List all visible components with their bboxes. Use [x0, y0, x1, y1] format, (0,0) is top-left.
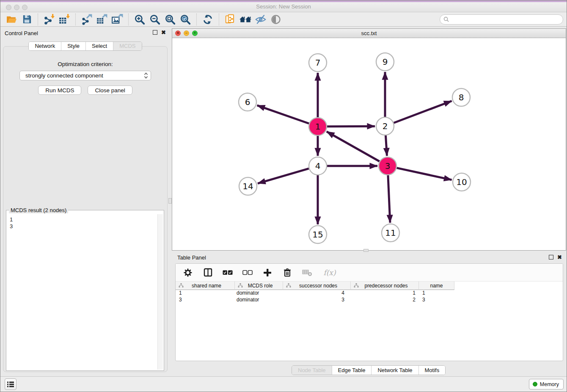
graph-node-10[interactable]: 10: [453, 173, 471, 191]
tab-edge-table[interactable]: Edge Table: [332, 366, 372, 375]
import-network-button[interactable]: [41, 13, 57, 26]
graph-node-8[interactable]: 8: [452, 88, 470, 106]
close-panel-icon[interactable]: ✖: [161, 30, 166, 35]
graph-node-6[interactable]: 6: [239, 93, 256, 111]
function-builder-button[interactable]: f(x): [322, 267, 337, 278]
import-table-icon: [58, 14, 70, 25]
houses-icon: [239, 14, 252, 25]
delete-column-button[interactable]: [282, 267, 292, 278]
float-table-panel-icon[interactable]: [549, 255, 553, 259]
graph-node-11[interactable]: 11: [382, 224, 399, 242]
table-toolbar: f(x): [176, 264, 563, 282]
tab-network-table[interactable]: Network Table: [371, 366, 418, 375]
settings-button[interactable]: [183, 267, 193, 278]
graph-edge-1-2[interactable]: [327, 126, 375, 127]
show-graphics-details-button[interactable]: [268, 13, 284, 26]
apply-layout-button[interactable]: [200, 13, 215, 26]
tab-style[interactable]: Style: [61, 42, 85, 50]
graph-edge-3-11[interactable]: [388, 175, 390, 223]
cell-shared-name: 1: [176, 290, 235, 297]
search-input[interactable]: [451, 17, 559, 22]
control-panel-title: Control Panel: [5, 30, 38, 36]
table-row[interactable]: 3 dominator 3 2 3: [176, 297, 563, 304]
column-header-mcds-role[interactable]: MCDS role: [235, 282, 283, 290]
tab-mcds[interactable]: MCDS: [113, 42, 141, 50]
column-header-successor-nodes[interactable]: successor nodes: [283, 282, 351, 290]
optimization-criterion-label: Optimization criterion:: [3, 61, 167, 67]
tree-icon: [354, 283, 359, 288]
zoom-fit-button[interactable]: [162, 13, 178, 26]
export-image-button[interactable]: [110, 13, 125, 26]
table-panel: Table Panel ✖: [172, 252, 566, 376]
graph-edge-2-8[interactable]: [394, 101, 452, 123]
graph-node-3[interactable]: 3: [379, 157, 396, 175]
cell-shared-name: 3: [176, 297, 235, 304]
graph-edge-3-1[interactable]: [327, 132, 380, 161]
tab-select[interactable]: Select: [85, 42, 113, 50]
graph-node-14[interactable]: 14: [239, 177, 257, 195]
eye-slash-icon: [255, 14, 267, 25]
memory-status-dot: [533, 382, 537, 386]
network-canvas[interactable]: 7968124314101511: [172, 38, 566, 250]
vertical-splitter-handle[interactable]: [168, 198, 172, 204]
network-close-button[interactable]: ✕: [175, 30, 181, 36]
control-panel: Control Panel ✖ Network Style Select MCD…: [2, 28, 168, 376]
run-mcds-button[interactable]: Run MCDS: [38, 86, 81, 95]
table-row[interactable]: 1 dominator 4 1 1: [176, 290, 563, 297]
search-box[interactable]: [440, 14, 563, 25]
open-file-button[interactable]: [4, 13, 19, 26]
graph-node-9[interactable]: 9: [376, 53, 394, 71]
close-table-panel-icon[interactable]: ✖: [557, 255, 562, 259]
task-history-button[interactable]: [5, 378, 17, 390]
tab-motifs[interactable]: Motifs: [418, 366, 446, 375]
result-line: 1: [10, 216, 154, 223]
tab-node-table[interactable]: Node Table: [292, 366, 332, 375]
switch-column-view-button[interactable]: [203, 267, 213, 278]
column-header-shared-name[interactable]: shared name: [176, 282, 235, 290]
unselect-all-columns-button[interactable]: [242, 267, 253, 278]
import-table-button[interactable]: [57, 13, 72, 26]
application-window: Session: New Session: [0, 0, 567, 392]
cell-predecessor-nodes: 2: [351, 297, 419, 304]
zoom-in-button[interactable]: [132, 13, 147, 26]
hide-selected-button[interactable]: [253, 13, 268, 26]
column-header-name[interactable]: name: [419, 282, 454, 290]
float-panel-icon[interactable]: [153, 30, 157, 35]
graph-node-7[interactable]: 7: [309, 54, 327, 72]
graph-node-1[interactable]: 1: [309, 118, 327, 135]
close-panel-button[interactable]: Close panel: [88, 86, 132, 95]
column-header-predecessor-nodes[interactable]: predecessor nodes: [351, 282, 419, 290]
network-minimize-button[interactable]: −: [184, 30, 189, 36]
show-home-neighbors-button[interactable]: [238, 13, 253, 26]
graph-edge-1-6[interactable]: [257, 105, 309, 124]
graph-node-label: 11: [385, 228, 396, 238]
clone-network-button[interactable]: [223, 13, 238, 26]
zoom-selected-button[interactable]: [178, 13, 193, 26]
minimize-window-button[interactable]: [14, 5, 19, 10]
graph-node-15[interactable]: 15: [309, 226, 327, 243]
zoom-out-button[interactable]: [147, 13, 162, 26]
toolbar-separator: [219, 14, 219, 25]
clone-network-icon: [224, 14, 236, 25]
close-window-button[interactable]: [6, 5, 11, 10]
horizontal-splitter-handle[interactable]: [363, 249, 369, 252]
save-session-button[interactable]: [19, 13, 34, 26]
mcds-result-text[interactable]: 1 3: [7, 214, 157, 370]
export-network-button[interactable]: [79, 13, 94, 26]
add-column-button[interactable]: [262, 267, 272, 278]
network-maximize-button[interactable]: +: [192, 30, 198, 36]
graph-edge-4-14[interactable]: [258, 168, 309, 183]
export-table-button[interactable]: [94, 13, 110, 26]
criterion-dropdown[interactable]: strongly connected component: [19, 71, 151, 80]
graph-node-4[interactable]: 4: [309, 157, 327, 175]
maximize-window-button[interactable]: [22, 5, 28, 10]
graph-node-2[interactable]: 2: [376, 117, 394, 135]
memory-button[interactable]: Memory: [529, 379, 564, 389]
result-scrollbar[interactable]: [157, 214, 163, 370]
graph-edge-3-10[interactable]: [396, 168, 451, 180]
graph-edge-2-3[interactable]: [385, 135, 387, 156]
select-all-columns-button[interactable]: [223, 267, 233, 278]
graph-node-label: 10: [456, 177, 467, 187]
tab-network[interactable]: Network: [29, 42, 61, 50]
delete-table-button[interactable]: [302, 267, 312, 278]
